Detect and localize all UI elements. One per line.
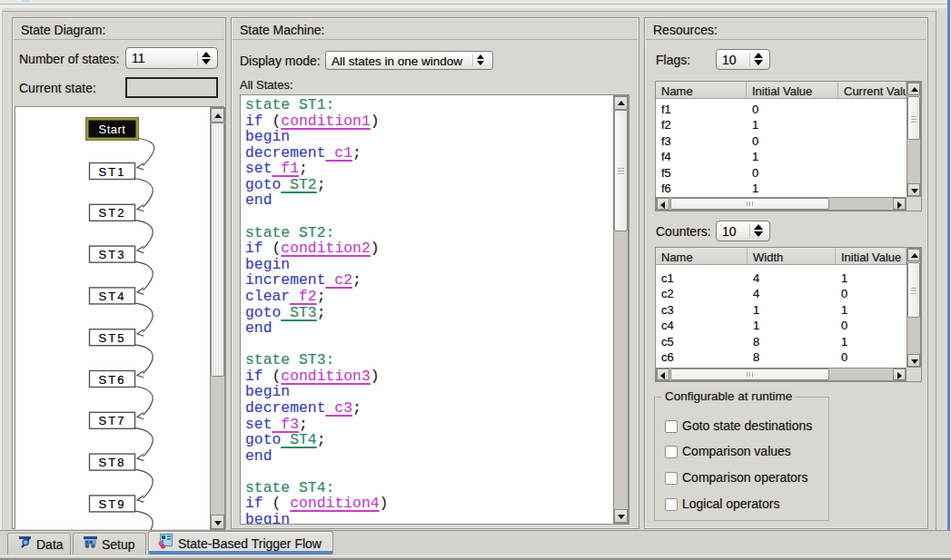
svg-text:Start: Start — [99, 123, 126, 136]
svg-text:ST5: ST5 — [99, 331, 126, 345]
svg-text:ST7: ST7 — [99, 414, 126, 427]
svg-text:ST2: ST2 — [99, 206, 126, 220]
svg-text:ST9: ST9 — [99, 497, 126, 511]
svg-text:ST6: ST6 — [99, 373, 126, 387]
svg-text:ST1: ST1 — [99, 165, 126, 179]
svg-text:ST8: ST8 — [99, 456, 126, 469]
svg-text:ST3: ST3 — [99, 248, 126, 261]
svg-text:ST4: ST4 — [99, 290, 126, 303]
